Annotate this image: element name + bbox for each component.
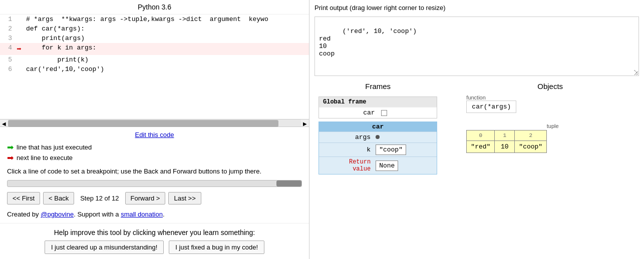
car-var-return: Returnvalue: [323, 158, 376, 172]
created-mid-text: . Support with a: [74, 210, 121, 218]
global-val-car: [381, 110, 433, 116]
objects-header: Objects: [461, 80, 639, 94]
code-table: 1# *args **kwargs: args ->tuple,kwargs -…: [0, 14, 309, 74]
line-arrow-6: [14, 64, 24, 74]
progress-bar-thumb[interactable]: [276, 180, 301, 186]
line-text-4: for k in args:: [24, 43, 309, 55]
line-arrow-4: ➡: [14, 43, 24, 55]
red-line-arrow: ➡: [17, 45, 22, 54]
created-by: Created by @pgbovine. Support with a sma…: [0, 208, 309, 221]
line-num-6: 6: [0, 64, 14, 74]
frames-column: Frames Global frame car car: [314, 80, 441, 255]
creator-link[interactable]: @pgbovine: [41, 210, 74, 218]
help-btn-1[interactable]: I just cleared up a misunderstanding!: [45, 240, 164, 254]
tuple-table: 0 1 2 "red" 10 "coop": [466, 130, 547, 153]
right-panel: Print output (drag lower right corner to…: [309, 0, 644, 259]
line-text-5: print(k): [24, 55, 309, 64]
help-buttons: I just cleared up a misunderstanding! I …: [7, 240, 302, 254]
donation-link[interactable]: small donation: [121, 210, 163, 218]
function-label: function: [466, 94, 639, 100]
step-label: Step 12 of 12: [80, 194, 119, 202]
print-output-text: ('red', 10, 'coop') red 10 coop: [319, 28, 417, 58]
green-arrow-icon: ➡: [7, 142, 14, 152]
scrollbar-track: [8, 120, 301, 126]
global-var-car: car: [323, 109, 381, 116]
tuple-index-0: 0: [467, 130, 495, 141]
line-arrow-1: [14, 14, 24, 24]
code-row-4[interactable]: 4➡ for k in args:: [0, 43, 309, 55]
line-text-6: car('red',10,'coop'): [24, 64, 309, 74]
code-row-6[interactable]: 6car('red',10,'coop'): [0, 64, 309, 74]
print-output-box[interactable]: ('red', 10, 'coop') red 10 coop ⤡: [314, 16, 639, 76]
line-num-2: 2: [0, 24, 14, 34]
nav-buttons: << First < Back Step 12 of 12 Forward > …: [0, 189, 309, 208]
help-btn-2[interactable]: I just fixed a bug in my code!: [169, 240, 264, 254]
created-end-text: .: [163, 210, 165, 218]
line-num-1: 1: [0, 14, 14, 24]
first-button[interactable]: << First: [7, 192, 40, 204]
global-frame-box: Global frame car: [318, 96, 437, 118]
car-val-args: [376, 134, 433, 141]
breakpoint-text: Click a line of code to set a breakpoint…: [0, 166, 309, 178]
help-title: Help improve this tool by clicking whene…: [7, 228, 302, 236]
forward-button[interactable]: Forward >: [125, 192, 166, 204]
print-output-label: Print output (drag lower right corner to…: [314, 4, 639, 12]
panel-title: Python 3.6: [0, 0, 309, 14]
back-button[interactable]: < Back: [43, 192, 74, 204]
progress-bar-area: [0, 178, 309, 189]
scrollbar-thumb[interactable]: [8, 120, 278, 127]
tuple-val-2: "coop": [515, 141, 547, 153]
car-var-args: args: [323, 134, 376, 141]
objects-column: Objects function car(*args) tuple 0 1 2: [441, 80, 639, 255]
code-row-3[interactable]: 3 print(args): [0, 34, 309, 43]
car-frame-row-k: k "coop": [319, 142, 437, 156]
visualization-area: Frames Global frame car car: [314, 80, 639, 255]
line-arrow-5: [14, 55, 24, 64]
line-arrow-2: [14, 24, 24, 34]
tuple-index-1: 1: [495, 130, 515, 141]
help-area: Help improve this tool by clicking whene…: [0, 223, 309, 259]
left-panel: Python 3.6 1# *args **kwargs: args ->tup…: [0, 0, 309, 259]
tuple-container: tuple 0 1 2 "red" 10 "coop": [466, 123, 639, 153]
code-area: 1# *args **kwargs: args ->tuple,kwargs -…: [0, 14, 309, 119]
tuple-index-2: 2: [515, 130, 547, 141]
global-frame-row-car: car: [319, 107, 437, 118]
line-text-3: print(args): [24, 34, 309, 43]
function-box: car(*args): [466, 100, 516, 113]
last-button[interactable]: Last >>: [168, 192, 201, 204]
car-val-return: None: [376, 160, 433, 171]
return-value: None: [376, 160, 398, 171]
car-val-k: "coop": [376, 144, 433, 155]
car-var-k: k: [323, 146, 376, 154]
code-row-1[interactable]: 1# *args **kwargs: args ->tuple,kwargs -…: [0, 14, 309, 24]
edit-link-area: Edit this code: [0, 127, 309, 140]
car-frame-box: car args k "coop" Returnvalu: [318, 122, 437, 174]
line-num-4: 4: [0, 43, 14, 55]
progress-bar-track[interactable]: [7, 180, 302, 187]
function-container: function car(*args): [466, 94, 639, 113]
car-frame-title: car: [319, 122, 437, 132]
pointer-box: [381, 110, 387, 116]
tuple-label: tuple: [466, 123, 639, 129]
line-text-1: # *args **kwargs: args ->tuple,kwargs ->…: [24, 14, 309, 24]
tuple-val-1: 10: [495, 141, 515, 153]
resize-handle-icon[interactable]: ⤡: [633, 68, 637, 74]
horizontal-scrollbar[interactable]: ◀ ▶: [0, 119, 309, 127]
scroll-right-arrow[interactable]: ▶: [301, 120, 309, 128]
scroll-left-arrow[interactable]: ◀: [0, 120, 8, 128]
tuple-val-0: "red": [467, 141, 495, 153]
red-arrow-icon: ➡: [7, 153, 14, 162]
legend-red-text: next line to execute: [17, 154, 73, 162]
edit-link[interactable]: Edit this code: [135, 131, 174, 138]
line-arrow-3: [14, 34, 24, 43]
line-text-2: def car(*args):: [24, 24, 309, 34]
args-pointer-dot: [376, 135, 380, 139]
frames-header: Frames: [314, 80, 441, 94]
created-by-text: Created by: [7, 210, 41, 218]
tuple-index-row: 0 1 2: [467, 130, 547, 141]
line-num-5: 5: [0, 55, 14, 64]
k-value: "coop": [376, 144, 406, 155]
code-row-2[interactable]: 2def car(*args):: [0, 24, 309, 34]
legend-area: ➡ line that has just executed ➡ next lin…: [0, 140, 309, 166]
code-row-5[interactable]: 5 print(k): [0, 55, 309, 64]
